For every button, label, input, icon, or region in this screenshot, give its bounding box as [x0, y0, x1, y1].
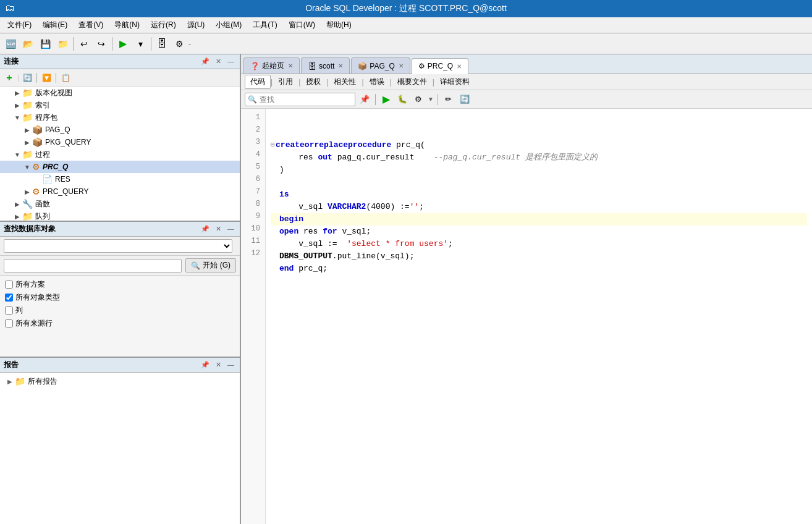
- tree-expander-icon: ▼: [12, 114, 22, 121]
- tree-item[interactable]: ▼📁程序包: [0, 111, 240, 124]
- tree-item[interactable]: ▼📁过程: [0, 148, 240, 161]
- all-schemes-checkbox[interactable]: [5, 281, 13, 289]
- report-close-btn[interactable]: ✕: [214, 360, 223, 370]
- toolbar-new-btn[interactable]: 🆕: [2, 36, 19, 52]
- editor-toolbar: 🔍 📌 ▶ 🐛 ⚙ ▼ ✏ 🔄: [241, 90, 812, 109]
- search-db-close-btn[interactable]: ✕: [214, 224, 223, 234]
- tree-item[interactable]: ▶📦PKG_QUERY: [0, 136, 240, 148]
- tree-item[interactable]: ▶🔧函数: [0, 198, 240, 210]
- code-line: open res for v_sql;: [271, 226, 807, 238]
- code-line: ⊟create or replace procedure prc_q(: [271, 139, 807, 151]
- compile-btn[interactable]: ⚙: [412, 93, 425, 106]
- tab-prc-q-close[interactable]: ✕: [457, 63, 462, 70]
- tree-item[interactable]: ▶⚙PRC_QUERY: [0, 185, 240, 198]
- search-db-dropdown[interactable]: [4, 239, 232, 253]
- tree-item[interactable]: ▶📁索引: [0, 99, 240, 111]
- debug-btn[interactable]: 🐛: [395, 93, 409, 106]
- tab-pag-q[interactable]: 📦 PAG_Q ✕: [351, 57, 410, 74]
- tab-scott-close[interactable]: ✕: [338, 62, 343, 69]
- menu-help[interactable]: 帮助(H): [321, 19, 357, 32]
- menu-nav[interactable]: 导航(N): [109, 19, 145, 32]
- report-min-btn[interactable]: —: [226, 360, 236, 370]
- schema-btn[interactable]: 📋: [59, 71, 72, 85]
- run-editor-btn[interactable]: ▶: [379, 93, 393, 106]
- tree-item[interactable]: ▶📁版本化视图: [0, 87, 240, 99]
- sub-tab-profile[interactable]: 概要文件: [392, 75, 433, 89]
- tab-prc-q[interactable]: ⚙ PRC_Q ✕: [412, 58, 468, 74]
- code-editor: 123456789101112 ⊟create or replace proce…: [241, 109, 812, 524]
- menu-tools[interactable]: 工具(T): [248, 19, 282, 32]
- search-db-min-btn[interactable]: —: [226, 224, 236, 234]
- tree-expander-icon: ▶: [22, 139, 32, 146]
- connection-close-btn[interactable]: ✕: [214, 57, 223, 66]
- tab-scott[interactable]: 🗄 scott ✕: [301, 57, 350, 74]
- connection-label: 连接: [4, 56, 19, 67]
- all-types-checkbox[interactable]: [5, 294, 13, 302]
- search-db-pin-btn[interactable]: 📌: [199, 224, 211, 234]
- sub-tab-auth[interactable]: 授权: [300, 75, 326, 89]
- toolbar-dropdown-btn[interactable]: ▾: [132, 36, 148, 52]
- panel-sep-2: [56, 73, 56, 83]
- line-numbers: 123456789101112: [241, 109, 266, 524]
- search-db-start-btn[interactable]: 🔍 开始 (G): [185, 258, 236, 273]
- tab-start-close[interactable]: ✕: [288, 62, 293, 69]
- toolbar-undo-btn[interactable]: ↩: [76, 36, 92, 52]
- tree-item[interactable]: ▼⚙PRC_Q: [0, 161, 240, 173]
- report-all-item[interactable]: ▶ 📁 所有报告: [2, 375, 237, 387]
- tab-start[interactable]: ❓ 起始页 ✕: [243, 57, 300, 74]
- menu-source[interactable]: 源(U): [182, 19, 210, 32]
- menu-edit[interactable]: 编辑(E): [38, 19, 72, 32]
- toolbar-redo-btn[interactable]: ↪: [93, 36, 109, 52]
- pin-btn[interactable]: 📌: [358, 93, 371, 106]
- search-options: 所有方案 所有对象类型 列 所有来源行: [0, 276, 240, 332]
- tree-item[interactable]: ▶📁队列: [0, 210, 240, 221]
- code-line: DBMS_OUTPUT.put_line(v_sql);: [271, 250, 807, 263]
- menu-window[interactable]: 窗口(W): [284, 19, 320, 32]
- refresh-btn[interactable]: 🔄: [20, 71, 34, 85]
- tree-node-icon: 🔧: [22, 199, 33, 209]
- toolbar-save-btn[interactable]: 💾: [37, 36, 53, 52]
- all-sources-label: 所有来源行: [15, 318, 53, 329]
- collapse-icon[interactable]: ⊟: [271, 139, 274, 151]
- sub-tab-detail[interactable]: 详细资料: [434, 75, 475, 89]
- connection-pin-btn[interactable]: 📌: [199, 57, 211, 66]
- toolbar-run-btn[interactable]: ▶: [115, 36, 131, 52]
- search-db-input[interactable]: [4, 259, 182, 273]
- menu-group[interactable]: 小组(M): [211, 19, 247, 32]
- app-icon: 🗂: [5, 2, 15, 14]
- code-content[interactable]: ⊟create or replace procedure prc_q( res …: [266, 109, 812, 524]
- toolbar-saveall-btn[interactable]: 📁: [54, 36, 70, 52]
- report-pin-btn[interactable]: 📌: [199, 360, 211, 370]
- search-input[interactable]: [260, 95, 352, 104]
- toolbar-open-btn[interactable]: 📂: [20, 36, 36, 52]
- menu-view[interactable]: 查看(V): [74, 19, 108, 32]
- tree-item[interactable]: 📄RES: [0, 173, 240, 185]
- add-connection-btn[interactable]: +: [2, 71, 16, 85]
- sub-tab-code[interactable]: 代码: [245, 75, 271, 89]
- main-toolbar: 🆕 📂 💾 📁 ↩ ↪ ▶ ▾ 🗄 ⚙ -: [0, 33, 812, 54]
- refresh-editor-btn[interactable]: 🔄: [458, 93, 472, 106]
- sub-tab-related[interactable]: 相关性: [328, 75, 362, 89]
- toolbar-more-btn[interactable]: ⚙: [171, 36, 187, 52]
- filter-btn[interactable]: 🔽: [40, 71, 53, 85]
- tree-item[interactable]: ▶📦PAG_Q: [0, 124, 240, 136]
- all-sources-checkbox[interactable]: [5, 319, 13, 328]
- tab-prc-q-icon: ⚙: [418, 62, 425, 70]
- search-box: 🔍: [245, 93, 355, 106]
- toolbar-db-btn[interactable]: 🗄: [154, 36, 170, 52]
- edit-btn[interactable]: ✏: [442, 93, 455, 106]
- tree-node-icon: 📁: [22, 211, 33, 221]
- menu-run[interactable]: 运行(R): [146, 19, 181, 32]
- tree-node-icon: 📁: [22, 100, 33, 110]
- code-line: end prc_q;: [271, 263, 807, 275]
- code-line: [271, 275, 807, 287]
- tree-view[interactable]: ▶📁版本化视图▶📁索引▼📁程序包▶📦PAG_Q▶📦PKG_QUERY▼📁过程▼⚙…: [0, 87, 240, 221]
- code-line: [271, 176, 807, 188]
- menu-file[interactable]: 文件(F): [2, 19, 36, 32]
- col-checkbox[interactable]: [5, 306, 13, 315]
- sub-tab-error[interactable]: 错误: [364, 75, 390, 89]
- sub-tab-ref[interactable]: 引用: [273, 75, 298, 89]
- report-panel-header: 报告 📌 ✕ —: [0, 358, 240, 373]
- tab-pag-q-close[interactable]: ✕: [399, 62, 404, 69]
- connection-minimize-btn[interactable]: —: [226, 57, 236, 66]
